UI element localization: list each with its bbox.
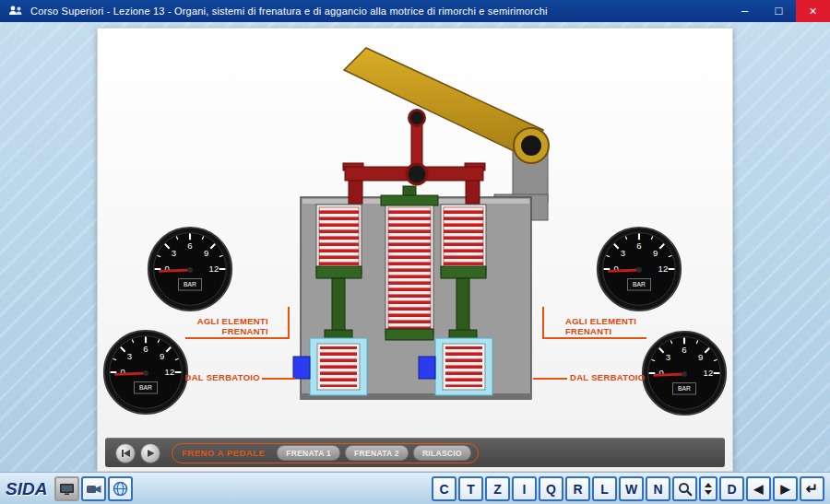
- gauge-unit-label: BAR: [139, 384, 152, 391]
- toolbar-right-group: C T Z I Q R L W N D ◀ ▶: [430, 476, 824, 501]
- mode-freno-a-pedale[interactable]: FRENO A PEDALE: [182, 448, 265, 458]
- gauge-needle: [159, 270, 191, 271]
- gauge-tick: 6: [636, 240, 641, 251]
- frenata-2-button[interactable]: FRENATA 2: [345, 445, 409, 461]
- key-n-button[interactable]: N: [646, 476, 670, 501]
- gauge-needle: [608, 270, 640, 271]
- screen-button[interactable]: [54, 476, 79, 501]
- window-title: Corso Superiori - Lezione 13 - Organi, s…: [30, 6, 728, 17]
- close-button[interactable]: ×: [796, 0, 830, 22]
- app-window: Corso Superiori - Lezione 13 - Organi, s…: [0, 0, 830, 504]
- gauge-tick: 0: [613, 264, 618, 274]
- gauge-tick: 3: [621, 248, 625, 258]
- frenata-1-button[interactable]: FRENATA 1: [277, 445, 340, 461]
- key-t-button[interactable]: T: [458, 476, 483, 501]
- gauge-tick: 3: [127, 351, 132, 361]
- key-l-button[interactable]: L: [592, 476, 617, 501]
- gauge-tick: 0: [120, 367, 125, 377]
- gauge-tick: 12: [209, 264, 219, 274]
- label-text: AGLI ELEMENTI: [565, 316, 676, 326]
- label-text: FRENANTI: [565, 326, 676, 336]
- key-q-button[interactable]: Q: [539, 476, 563, 501]
- gauge-tick: 6: [187, 240, 192, 251]
- gauge-tick: 12: [658, 264, 669, 274]
- toolbar-left-group: SIDA: [6, 476, 133, 501]
- lesson-panel: 0 3 6 9 12 BAR 0: [97, 28, 733, 472]
- rilascio-button[interactable]: RILASCIO: [413, 445, 471, 461]
- gauge-tick: 6: [682, 345, 686, 355]
- gauge-tick: 9: [160, 351, 164, 361]
- up-down-arrows-icon: [704, 482, 713, 496]
- main-area: 0 3 6 9 12 BAR 0: [0, 22, 830, 472]
- label-right-serbatoio: DAL SERBATOIO: [570, 372, 681, 382]
- gauge-tick: 3: [172, 248, 176, 258]
- gauge-tick: 9: [653, 248, 658, 258]
- globe-button[interactable]: [108, 476, 133, 501]
- minimize-button[interactable]: –: [728, 0, 762, 22]
- next-button[interactable]: ▶: [773, 476, 798, 501]
- label-text: DAL SERBATOIO: [162, 372, 260, 382]
- gauge-tick: 0: [164, 264, 169, 274]
- label-text: DAL SERBATOIO: [570, 372, 681, 382]
- gauge-unit-label: BAR: [633, 281, 646, 287]
- animation-step-group: FRENO A PEDALE FRENATA 1 FRENATA 2 RILAS…: [172, 443, 479, 463]
- window-controls: – □ ×: [728, 0, 830, 22]
- gauge-tick: 12: [704, 368, 714, 378]
- camera-button[interactable]: [81, 476, 106, 501]
- skip-back-button[interactable]: [115, 443, 136, 463]
- label-text: AGLI ELEMENTI: [158, 316, 268, 326]
- label-left-frenanti: AGLI ELEMENTI FRENANTI: [158, 316, 268, 336]
- gauge-tick: 6: [143, 344, 148, 354]
- gauge-tick: 3: [666, 352, 670, 362]
- label-text: FRENANTI: [158, 326, 268, 336]
- users-icon: [8, 5, 23, 18]
- key-d-button[interactable]: D: [719, 476, 744, 501]
- prev-button[interactable]: ◀: [746, 476, 771, 501]
- sida-logo: SIDA: [6, 476, 47, 501]
- key-z-button[interactable]: Z: [485, 476, 510, 501]
- label-left-serbatoio: DAL SERBATOIO: [162, 372, 260, 382]
- gauge-needle: [114, 373, 147, 374]
- search-button[interactable]: [672, 476, 697, 501]
- gauge-unit-label: BAR: [678, 385, 691, 392]
- pressure-gauge-right-upper: 0 3 6 9 12 BAR: [595, 225, 683, 313]
- gauge-tick: 9: [698, 352, 703, 362]
- label-right-frenanti: AGLI ELEMENTI FRENANTI: [565, 316, 676, 336]
- pressure-gauge-left-upper: 0 3 6 9 12 BAR: [146, 225, 234, 313]
- spinner-button[interactable]: [699, 476, 717, 501]
- key-c-button[interactable]: C: [432, 476, 456, 501]
- enter-button[interactable]: ↵: [800, 476, 824, 501]
- titlebar: Corso Superiori - Lezione 13 - Organi, s…: [0, 0, 830, 22]
- gauge-tick: 9: [204, 248, 208, 258]
- bottom-toolbar: SIDA: [0, 472, 830, 504]
- maximize-button[interactable]: □: [762, 0, 796, 22]
- key-w-button[interactable]: W: [619, 476, 644, 501]
- play-button[interactable]: [140, 443, 160, 463]
- gauge-unit-label: BAR: [184, 281, 196, 287]
- key-i-button[interactable]: I: [512, 476, 537, 501]
- search-icon: [678, 482, 693, 497]
- player-bar: FRENO A PEDALE FRENATA 1 FRENATA 2 RILAS…: [105, 438, 725, 467]
- key-r-button[interactable]: R: [565, 476, 590, 501]
